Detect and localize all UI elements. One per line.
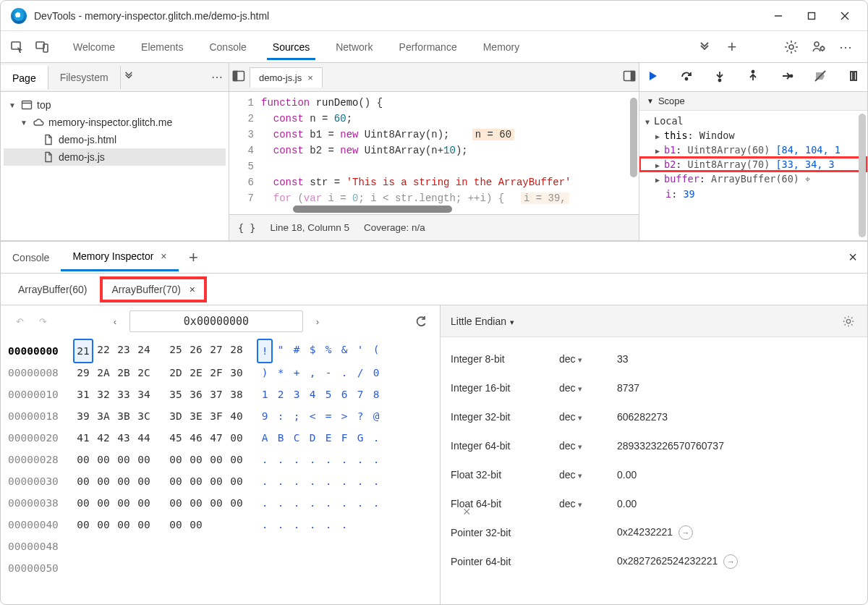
hex-byte[interactable]: 23: [114, 339, 134, 363]
hex-byte[interactable]: 00: [114, 492, 134, 514]
next-page-icon[interactable]: ›: [309, 313, 326, 330]
value-settings-icon[interactable]: [840, 313, 857, 330]
ascii-byte[interactable]: 2: [273, 384, 289, 405]
ascii-byte[interactable]: .: [320, 470, 336, 492]
value-format-select[interactable]: dec: [559, 353, 617, 365]
hex-grid[interactable]: 000000002122232425262728!"#$%&'(00000008…: [1, 337, 440, 586]
hex-byte[interactable]: 47: [206, 427, 226, 449]
ascii-byte[interactable]: .: [368, 470, 384, 492]
ascii-byte[interactable]: .: [336, 362, 352, 384]
deactivate-breakpoints-icon[interactable]: [814, 69, 827, 85]
hex-byte[interactable]: 2C: [134, 362, 154, 384]
ascii-byte[interactable]: .: [273, 492, 289, 514]
pause-on-exceptions-icon[interactable]: [847, 69, 860, 85]
ascii-byte[interactable]: .: [273, 514, 289, 536]
ascii-byte[interactable]: .: [305, 470, 320, 492]
scope-b2[interactable]: ▶b2: Uint8Array(70) [33, 34, 3: [639, 157, 867, 172]
hex-byte[interactable]: 00: [166, 514, 186, 536]
hex-byte[interactable]: 2D: [166, 362, 186, 384]
hex-byte[interactable]: [226, 514, 247, 536]
ascii-byte[interactable]: ,: [305, 362, 320, 384]
ascii-byte[interactable]: 6: [336, 384, 352, 405]
hex-byte[interactable]: 00: [114, 449, 134, 470]
hex-byte[interactable]: 00: [186, 470, 206, 492]
ascii-byte[interactable]: +: [289, 362, 305, 384]
tab-page[interactable]: Page: [1, 65, 48, 90]
buffer-tab-1[interactable]: ArrayBuffer(70) ×: [101, 278, 205, 301]
goto-address-icon[interactable]: →: [678, 525, 693, 540]
ascii-byte[interactable]: :: [273, 405, 289, 427]
file-tab[interactable]: demo-js.js ×: [250, 67, 323, 88]
hex-byte[interactable]: 37: [206, 384, 226, 405]
ascii-byte[interactable]: .: [289, 514, 305, 536]
address-input[interactable]: 0x00000000: [129, 310, 303, 332]
ascii-byte[interactable]: >: [336, 405, 352, 427]
ascii-byte[interactable]: #: [289, 339, 305, 363]
endian-select[interactable]: Little Endian: [451, 316, 514, 327]
ascii-byte[interactable]: @: [368, 405, 384, 427]
hex-byte[interactable]: 21: [73, 339, 93, 363]
tree-file-js[interactable]: demo-js.js: [4, 148, 226, 166]
ascii-byte[interactable]: .: [320, 514, 336, 536]
tab-network[interactable]: Network: [323, 34, 386, 60]
hex-byte[interactable]: 28: [226, 339, 247, 363]
close-drawer-tab-icon[interactable]: ×: [161, 250, 166, 262]
hex-byte[interactable]: 00: [166, 470, 186, 492]
ascii-byte[interactable]: G: [352, 427, 368, 449]
value-format-select[interactable]: dec: [559, 411, 617, 423]
ascii-byte[interactable]: 1: [257, 384, 273, 405]
value-format-select[interactable]: dec: [559, 498, 617, 509]
nav-more-icon[interactable]: ⋯: [211, 70, 224, 84]
ascii-byte[interactable]: -: [320, 362, 336, 384]
hex-byte[interactable]: 3A: [93, 405, 114, 427]
hex-byte[interactable]: 44: [134, 427, 154, 449]
ascii-byte[interactable]: .: [368, 492, 384, 514]
tree-file-html[interactable]: demo-js.html: [4, 131, 226, 148]
step-into-icon[interactable]: [713, 69, 726, 85]
tab-filesystem[interactable]: Filesystem: [48, 66, 121, 89]
value-format-select[interactable]: dec: [559, 469, 617, 481]
hex-byte[interactable]: 00: [134, 449, 154, 470]
ascii-byte[interactable]: .: [289, 470, 305, 492]
scope-buffer[interactable]: ▶buffer: ArrayBuffer(60) ⌖: [639, 172, 867, 187]
ascii-byte[interactable]: (: [368, 339, 384, 363]
hex-byte[interactable]: 00: [226, 492, 247, 514]
ascii-byte[interactable]: .: [273, 449, 289, 470]
maximize-button[interactable]: [795, 1, 828, 31]
hex-byte[interactable]: 2A: [93, 362, 114, 384]
hex-byte[interactable]: 00: [114, 514, 134, 536]
ascii-byte[interactable]: ?: [352, 405, 368, 427]
value-format-select[interactable]: dec: [559, 382, 617, 394]
hex-byte[interactable]: 2B: [114, 362, 134, 384]
hex-byte[interactable]: 00: [206, 492, 226, 514]
inspect-element-icon[interactable]: [5, 35, 30, 59]
hex-byte[interactable]: 00: [73, 470, 93, 492]
hex-byte[interactable]: 00: [206, 470, 226, 492]
scope-scrollbar[interactable]: [859, 114, 866, 237]
ascii-byte[interactable]: D: [305, 427, 320, 449]
hex-byte[interactable]: 3B: [114, 405, 134, 427]
ascii-byte[interactable]: 3: [289, 384, 305, 405]
ascii-byte[interactable]: =: [320, 405, 336, 427]
ascii-byte[interactable]: <: [305, 405, 320, 427]
ascii-byte[interactable]: .: [305, 514, 320, 536]
toggle-debugger-icon[interactable]: [623, 69, 636, 85]
ascii-byte[interactable]: .: [336, 470, 352, 492]
ascii-byte[interactable]: .: [352, 492, 368, 514]
ascii-byte[interactable]: %: [320, 339, 336, 363]
ascii-byte[interactable]: .: [305, 492, 320, 514]
scope-i[interactable]: i: 39: [639, 187, 867, 201]
tab-elements[interactable]: Elements: [128, 34, 196, 60]
ascii-byte[interactable]: ': [352, 339, 368, 363]
ascii-byte[interactable]: .: [273, 470, 289, 492]
ascii-byte[interactable]: ;: [289, 405, 305, 427]
ascii-byte[interactable]: 7: [352, 384, 368, 405]
hex-byte[interactable]: 40: [226, 405, 247, 427]
ascii-byte[interactable]: 4: [305, 384, 320, 405]
more-tabs-icon[interactable]: [692, 35, 717, 59]
step-over-icon[interactable]: [680, 69, 693, 85]
ascii-byte[interactable]: .: [289, 492, 305, 514]
hex-byte[interactable]: 29: [73, 362, 93, 384]
hex-byte[interactable]: 30: [226, 362, 247, 384]
ascii-byte[interactable]: [368, 514, 384, 536]
